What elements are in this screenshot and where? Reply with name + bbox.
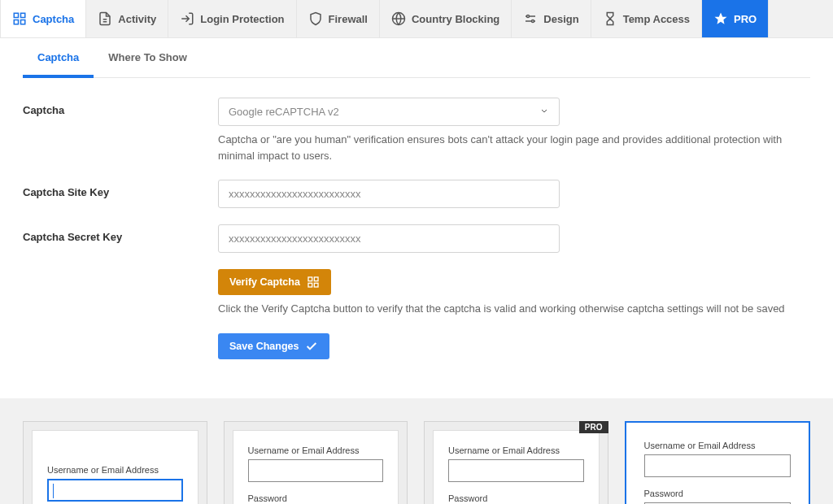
captcha-icon [12,11,27,26]
save-changes-button[interactable]: Save Changes [218,333,329,359]
preview-password-label: Password [248,493,384,503]
tab-firewall[interactable]: Firewall [297,0,380,37]
tab-activity[interactable]: Activity [86,0,168,37]
preview-iconcaptcha[interactable]: PRO Username or Email Address Password S… [424,421,608,505]
svg-rect-9 [308,277,312,281]
site-key-label: Captcha Site Key [23,180,218,208]
shield-icon [308,11,323,26]
tab-design[interactable]: Design [512,0,591,37]
preview-user-label: Username or Email Address [644,441,792,450]
captcha-help-text: Captcha or "are you human" verification … [218,132,804,163]
star-icon [713,11,728,26]
tab-label: PRO [734,13,757,25]
preview-user-input [644,454,792,477]
chevron-down-icon [539,106,549,118]
document-icon [98,11,112,26]
preview-math[interactable]: Username or Email Address Password Are y… [224,421,408,505]
tab-login-protection[interactable]: Login Protection [168,0,296,37]
svg-point-8 [532,20,534,23]
globe-icon [391,11,406,26]
preview-none[interactable]: Username or Email Address Password Remem… [23,421,207,505]
svg-rect-10 [314,277,318,281]
preview-user-label: Username or Email Address [47,465,183,475]
svg-rect-12 [314,283,318,287]
tab-temp-access[interactable]: Temp Access [591,0,702,37]
svg-rect-11 [308,283,312,287]
preview-user-input [47,479,183,502]
captcha-select[interactable]: Google reCAPTCHA v2 [218,98,560,126]
tab-label: Country Blocking [412,13,499,25]
tab-label: Activity [118,13,156,25]
tab-captcha[interactable]: Captcha [0,0,86,37]
preview-password-label: Password [644,489,792,498]
preview-user-input [248,459,384,482]
preview-user-label: Username or Email Address [448,445,584,455]
sliders-icon [523,11,538,26]
tab-label: Temp Access [623,13,690,25]
site-key-input[interactable] [218,180,560,208]
tab-country-blocking[interactable]: Country Blocking [380,0,512,37]
preview-user-input [448,459,584,482]
tab-label: Login Protection [200,13,284,25]
preview-user-label: Username or Email Address [248,445,384,455]
subtab-captcha[interactable]: Captcha [23,38,94,78]
check-icon [305,340,318,353]
save-block: Save Changes [218,333,810,359]
tab-label: Firewall [329,13,368,25]
preview-password-label: Password [448,493,584,503]
login-icon [180,11,194,26]
captcha-select-value: Google reCAPTCHA v2 [219,98,559,125]
content-panel: Captcha Where To Show Captcha Google reC… [0,38,833,398]
captcha-label: Captcha [23,98,218,163]
verify-help-text: Click the Verify Captcha button to verif… [218,301,804,317]
svg-point-7 [527,15,530,18]
svg-rect-0 [14,13,18,17]
captcha-icon [307,276,320,289]
row-captcha-type: Captcha Google reCAPTCHA v2 Captcha or "… [23,98,810,163]
hourglass-icon [603,11,617,26]
sub-tabs: Captcha Where To Show [23,38,810,78]
subtab-where-to-show[interactable]: Where To Show [94,38,202,78]
tab-label: Design [543,13,578,25]
secret-key-label: Captcha Secret Key [23,224,218,253]
secret-key-input[interactable] [218,224,560,253]
verify-captcha-button[interactable]: Verify Captcha [218,269,331,295]
verify-block: Verify Captcha Click the Verify Captcha … [218,269,810,317]
tab-label: Captcha [33,13,74,25]
tab-pro[interactable]: PRO [702,0,769,37]
verify-button-label: Verify Captcha [229,276,300,288]
svg-rect-2 [14,20,18,24]
main-tabs: Captcha Activity Login Protection Firewa… [0,0,833,38]
captcha-previews: Username or Email Address Password Remem… [0,421,833,505]
row-secret-key: Captcha Secret Key [23,224,810,253]
preview-recaptcha-v2[interactable]: Username or Email Address Password I'm n… [625,421,811,505]
svg-rect-1 [21,13,25,17]
pro-badge: PRO [579,421,608,433]
svg-rect-3 [21,20,25,24]
row-site-key: Captcha Site Key [23,180,810,208]
save-button-label: Save Changes [229,341,299,352]
